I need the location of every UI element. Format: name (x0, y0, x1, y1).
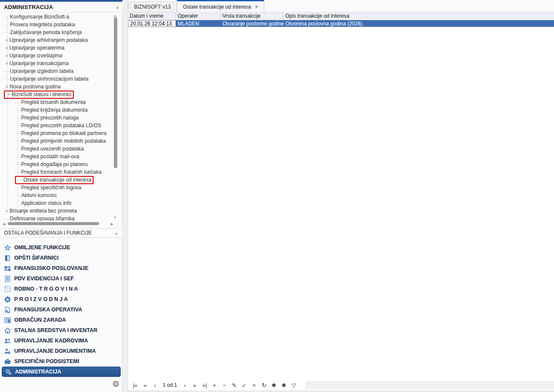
last-icon[interactable]: »| (200, 382, 210, 389)
horizontal-scroll-thumb[interactable] (8, 222, 99, 225)
module-item-upravljanje-kadrovima[interactable]: UPRAVLJANJE KADROVIMA (0, 336, 122, 346)
column-header[interactable]: Vrsta transakcije (221, 13, 284, 20)
tree-item[interactable]: Pregled specifičnih logova (0, 184, 111, 191)
tree-item-label: Pregled knjiženja dokumenta (21, 107, 88, 113)
tab-home[interactable]: BIZNISOFT v13 (128, 1, 177, 12)
module-item-obra-un-zarada[interactable]: OBRAČUN ZARADA (0, 315, 122, 325)
scroll-down-icon[interactable]: ▼ (113, 216, 117, 220)
tree-item-label: Upravljanje transakcijama (9, 60, 69, 66)
module-item-op-ti-ifarnici[interactable]: OPŠTI ŠIFARNICI (0, 253, 122, 263)
chevron-collapsed-icon[interactable]: › (4, 38, 9, 43)
column-header[interactable]: Opis transakcije od interesa (284, 13, 554, 20)
chevron-collapsed-icon[interactable]: › (4, 45, 9, 50)
tree-item-label: Definisanje opsega šifarnika (10, 216, 75, 221)
module-item-pdv-evidencija-i-sef[interactable]: PDV EVIDENCIJA I SEF (0, 273, 122, 284)
column-header[interactable]: Datum i vreme (128, 13, 176, 20)
tree-item[interactable]: Ostale transakcije od interesa (0, 176, 111, 184)
scroll-left-icon[interactable]: ◀ (3, 222, 5, 226)
cancel-icon[interactable]: × (249, 382, 259, 389)
insert-icon[interactable]: + (210, 382, 219, 389)
prev-page-icon[interactable]: « (140, 382, 150, 389)
module-item-stalna-sredstva-i-inventar[interactable]: STALNA SREDSTVA I INVENTAR (0, 325, 122, 336)
tree-item[interactable]: Upravljanje sinhronizacijom tabela (0, 75, 111, 83)
tree-item[interactable]: Definisanje opsega šifarnika (0, 215, 111, 221)
tree-item-label: Zaključavanje perioda knjiženja (10, 29, 82, 35)
module-label: FINANSIJSKA OPERATIVA (14, 307, 82, 313)
tree-item[interactable]: Pregled primljenih mobilnih podataka (0, 137, 111, 145)
tree-item[interactable]: Aktivni korisnici (0, 191, 111, 199)
tree-item[interactable]: Zaključavanje perioda knjiženja (0, 28, 111, 36)
next-page-icon[interactable]: » (190, 382, 200, 389)
tree-item[interactable]: Pregled preuzetih naloga (0, 114, 111, 122)
scroll-right-icon[interactable]: ▶ (111, 222, 113, 226)
goto-bookmark-icon[interactable]: ✱ (279, 382, 289, 389)
chevron-collapsed-icon[interactable]: › (4, 53, 9, 58)
table-cell[interactable]: MLADEN (176, 20, 221, 27)
tree-item[interactable]: ›Nova poslovna godina (0, 83, 111, 91)
tree-item[interactable]: Application status info (0, 199, 111, 207)
tree-item[interactable]: ›Brisanje entiteta bez prometa (0, 207, 111, 215)
bookmark-icon[interactable]: ✱ (269, 382, 279, 389)
tree-vertical-scrollbar[interactable]: ▲ ▼ (112, 13, 119, 221)
table-cell[interactable]: Otvorena poslovna godina (2026). (284, 20, 554, 27)
filter-icon[interactable]: ▽ (289, 382, 299, 389)
column-header[interactable]: Operater (176, 13, 221, 20)
prev-icon[interactable]: ‹ (150, 382, 160, 389)
tree-item[interactable]: Pregled događaja po planeru (0, 160, 111, 168)
tree-item[interactable]: ›Upravljanje arhiviranjem podataka (0, 36, 111, 44)
sidebar-title: ADMINISTRACIJA (4, 4, 53, 10)
module-item-upravljanje-dokumentima[interactable]: UPRAVLJANJE DOKUMENTIMA (0, 346, 122, 356)
tree-item-label: Upravljanje arhiviranjem podataka (9, 37, 88, 43)
navigation-tree: Konfigurisanje BizniSoft-aProvera integr… (0, 13, 111, 221)
tree-item[interactable]: Upravljanje izgledom tabela (0, 67, 111, 75)
edit-icon[interactable]: ✎ (229, 382, 239, 389)
settings-gear-icon[interactable]: ⚙ (112, 379, 119, 389)
module-item-specifi-ni-podsistemi[interactable]: SPECIFIČNI PODSISTEMI (0, 356, 122, 367)
tree-item[interactable]: Pregled preuzetih podataka LD/OS (0, 122, 111, 129)
splitter-handle[interactable]: ∷ ∷ (0, 238, 122, 242)
tree-item[interactable]: Pregled promena po blokadi partnera (0, 129, 111, 137)
tree-item[interactable]: ›Upravljanje izveštajima (0, 52, 111, 60)
module-item-omiljene-funkcije[interactable]: OMILJENE FUNKCIJE (0, 242, 122, 253)
tree-item-label: Pregled formiranh fiskalnih isečaka (21, 169, 101, 175)
tree-item[interactable]: Pregled formiranh fiskalnih isečaka (0, 168, 111, 176)
tree-item-label: Brisanje entiteta bez prometa (9, 208, 77, 214)
panel-selector[interactable]: OSTALA PODEŠAVANJA I FUNKCIJE ⌄ (0, 228, 122, 238)
tree-horizontal-scrollbar[interactable]: ◀ ▶ (0, 221, 122, 227)
chevron-collapsed-icon[interactable]: › (4, 84, 9, 89)
post-icon[interactable]: ✓ (239, 382, 249, 389)
close-tab-icon[interactable]: × (255, 4, 258, 9)
tree-item-label: Upravljanje izgledom tabela (10, 68, 73, 74)
tree-item[interactable]: Pregled knjiženja dokumenta (0, 106, 111, 114)
tree-item[interactable]: ›Upravljanje transakcijama (0, 60, 111, 67)
next-icon[interactable]: › (180, 382, 190, 389)
chevron-collapsed-icon[interactable]: › (4, 61, 9, 66)
module-item-robno-t-r-g-o-v-i-n-a[interactable]: ROBNO - T R G O V I N A (0, 284, 122, 294)
vertical-scroll-thumb[interactable] (114, 17, 117, 168)
tree-item[interactable]: Konfigurisanje BizniSoft-a (0, 13, 111, 21)
table-cell[interactable]: Otvaranje poslovne godine (221, 20, 284, 27)
collapse-sidebar-icon[interactable]: ‹ (116, 3, 119, 11)
tree-item[interactable]: Pregled brisanih dokumenta (0, 98, 111, 106)
tree-item[interactable]: ›Upravljanje operaterima (0, 44, 111, 52)
record-navigator: |««‹1 od 1›»»|+−✎✓×↻✱✱▽ (128, 379, 554, 392)
table-cell[interactable]: 20.01.26 12:04:13 (128, 20, 176, 27)
chevron-expanded-icon[interactable]: › (6, 92, 12, 97)
tree-item[interactable]: Provera integriteta podataka (0, 21, 111, 28)
module-item-p-r-o-i-z-v-o-d-n-j-a[interactable]: P R O I Z V O D N J A (0, 294, 122, 304)
tree-item-label: Ostale transakcije od interesa (23, 177, 91, 183)
module-item-administracija[interactable]: ADMINISTRACIJA (2, 367, 121, 377)
tree-item[interactable]: Pregled poslatih mail-ova (0, 153, 111, 160)
tree-item[interactable]: ›BizniSoft statusi i dnevnici (0, 91, 111, 98)
chevron-collapsed-icon[interactable]: › (4, 208, 9, 213)
delete-icon[interactable]: − (219, 382, 229, 389)
tab-ostale-transakcije[interactable]: Ostale transakcije od interesa× (177, 0, 264, 12)
tree-guide-line (18, 101, 18, 208)
module-item-finansijska-operativa[interactable]: FINANSIJSKA OPERATIVA (0, 304, 122, 315)
module-item-finansijsko-poslovanje[interactable]: FINANSIJSKO POSLOVANJE (0, 263, 122, 273)
module-label: OPŠTI ŠIFARNICI (14, 255, 59, 261)
table-row[interactable]: 20.01.26 12:04:13MLADENOtvaranje poslovn… (128, 20, 554, 27)
tree-item[interactable]: Pregled uvezenih podataka (0, 145, 111, 153)
refresh-icon[interactable]: ↻ (259, 382, 269, 389)
first-icon[interactable]: |« (130, 382, 140, 389)
